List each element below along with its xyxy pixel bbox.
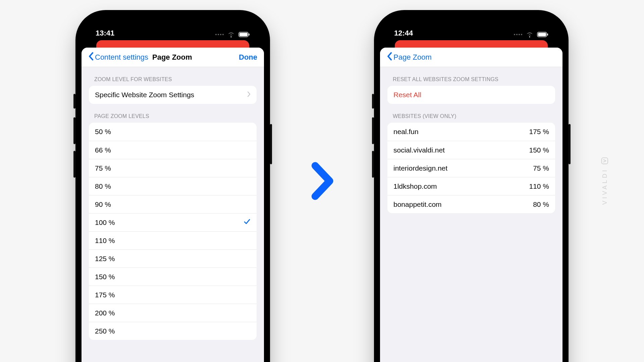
website-zoom-row: neal.fun175 % bbox=[387, 123, 555, 141]
zoom-level-label: 110 % bbox=[95, 237, 115, 245]
chevron-left-icon bbox=[387, 52, 392, 63]
svg-rect-4 bbox=[538, 33, 546, 36]
zoom-level-row[interactable]: 110 % bbox=[89, 231, 257, 249]
navbar: Content settings Page Zoom Done bbox=[82, 48, 264, 67]
wifi-icon bbox=[227, 32, 235, 38]
zoom-level-row[interactable]: 200 % bbox=[89, 304, 257, 322]
zoom-level-label: 66 % bbox=[95, 146, 111, 154]
battery-icon bbox=[537, 32, 548, 37]
svg-rect-2 bbox=[249, 34, 250, 36]
checkmark-icon bbox=[243, 218, 251, 227]
group-reset: Reset All bbox=[387, 86, 555, 104]
website-zoom-value: 150 % bbox=[529, 146, 549, 154]
zoom-level-row[interactable]: 66 % bbox=[89, 141, 257, 159]
zoom-level-label: 250 % bbox=[95, 327, 115, 335]
settings-sheet: Page Zoom RESET ALL WEBSITES ZOOM SETTIN… bbox=[380, 48, 562, 362]
cellular-dots-icon bbox=[514, 34, 522, 35]
navigation-arrow-icon bbox=[307, 161, 337, 201]
cellular-dots-icon bbox=[215, 34, 224, 35]
reset-all-label: Reset All bbox=[393, 91, 421, 99]
zoom-level-label: 125 % bbox=[95, 255, 115, 263]
power-button[interactable] bbox=[569, 124, 571, 164]
reset-all-row[interactable]: Reset All bbox=[387, 86, 555, 104]
website-zoom-row: social.vivaldi.net150 % bbox=[387, 141, 555, 159]
navbar: Page Zoom bbox=[380, 48, 562, 67]
website-domain: neal.fun bbox=[393, 128, 419, 136]
done-button[interactable]: Done bbox=[239, 53, 257, 62]
zoom-level-row[interactable]: 150 % bbox=[89, 267, 257, 286]
brand-watermark: VIVALDI bbox=[601, 157, 608, 205]
zoom-level-row[interactable]: 125 % bbox=[89, 249, 257, 267]
website-zoom-row: bonappetit.com80 % bbox=[387, 195, 555, 213]
group-websites: neal.fun175 %social.vivaldi.net150 %inte… bbox=[387, 123, 555, 213]
wifi-icon bbox=[526, 32, 534, 38]
phone-left: 13:41 bbox=[75, 10, 270, 362]
settings-sheet: Content settings Page Zoom Done ZOOM LEV… bbox=[82, 48, 264, 362]
section-header-zoom-for-websites: ZOOM LEVEL FOR WEBSITES bbox=[82, 67, 264, 86]
row-label: Specific Website Zoom Settings bbox=[95, 91, 194, 99]
status-time: 13:41 bbox=[96, 29, 114, 38]
phone-right: 12:44 bbox=[374, 10, 569, 362]
specific-website-zoom-settings-row[interactable]: Specific Website Zoom Settings bbox=[89, 86, 257, 104]
section-header-websites: WEBSITES (VIEW ONLY) bbox=[380, 104, 562, 123]
svg-rect-5 bbox=[547, 34, 548, 36]
back-button-label: Content settings bbox=[95, 53, 148, 62]
svg-rect-1 bbox=[239, 33, 248, 36]
website-domain: social.vivaldi.net bbox=[393, 146, 445, 154]
zoom-level-label: 75 % bbox=[95, 164, 111, 172]
section-header-reset: RESET ALL WEBSITES ZOOM SETTINGS bbox=[380, 67, 562, 86]
zoom-level-row[interactable]: 80 % bbox=[89, 177, 257, 195]
website-zoom-row: 1ldkshop.com110 % bbox=[387, 177, 555, 195]
notch bbox=[139, 16, 206, 29]
website-zoom-value: 80 % bbox=[533, 200, 549, 208]
zoom-level-row[interactable]: 90 % bbox=[89, 195, 257, 213]
svg-rect-6 bbox=[602, 158, 608, 164]
zoom-level-row[interactable]: 75 % bbox=[89, 159, 257, 177]
nav-title: Page Zoom bbox=[152, 53, 192, 62]
chevron-left-icon bbox=[88, 52, 94, 63]
zoom-level-label: 80 % bbox=[95, 182, 111, 190]
zoom-level-label: 90 % bbox=[95, 200, 111, 208]
back-button[interactable]: Page Zoom bbox=[387, 52, 432, 63]
website-zoom-value: 75 % bbox=[533, 164, 549, 172]
zoom-level-row[interactable]: 50 % bbox=[89, 123, 257, 141]
zoom-level-row[interactable]: 100 % bbox=[89, 213, 257, 231]
zoom-level-label: 50 % bbox=[95, 128, 111, 136]
battery-icon bbox=[238, 32, 250, 37]
back-button-label: Page Zoom bbox=[393, 53, 432, 62]
brand-label: VIVALDI bbox=[601, 168, 608, 205]
zoom-level-label: 150 % bbox=[95, 273, 115, 281]
power-button[interactable] bbox=[270, 124, 272, 164]
zoom-level-row[interactable]: 250 % bbox=[89, 322, 257, 340]
website-zoom-value: 175 % bbox=[529, 128, 549, 136]
website-domain: 1ldkshop.com bbox=[393, 182, 437, 190]
brand-logo-icon bbox=[601, 157, 608, 165]
notch bbox=[438, 16, 505, 29]
website-domain: bonappetit.com bbox=[393, 200, 442, 208]
website-zoom-row: interiordesign.net75 % bbox=[387, 159, 555, 177]
group-zoom-for-websites: Specific Website Zoom Settings bbox=[89, 86, 257, 104]
zoom-level-row[interactable]: 175 % bbox=[89, 286, 257, 304]
section-header-page-zoom-levels: PAGE ZOOM LEVELS bbox=[82, 104, 264, 123]
zoom-level-label: 200 % bbox=[95, 309, 115, 317]
website-zoom-value: 110 % bbox=[529, 182, 549, 190]
website-domain: interiordesign.net bbox=[393, 164, 447, 172]
back-button[interactable]: Content settings bbox=[88, 52, 148, 63]
zoom-level-label: 100 % bbox=[95, 219, 115, 227]
zoom-level-label: 175 % bbox=[95, 291, 115, 299]
group-page-zoom-levels: 50 %66 %75 %80 %90 %100 %110 %125 %150 %… bbox=[89, 123, 257, 340]
status-time: 12:44 bbox=[394, 29, 413, 38]
chevron-right-icon bbox=[247, 91, 251, 99]
